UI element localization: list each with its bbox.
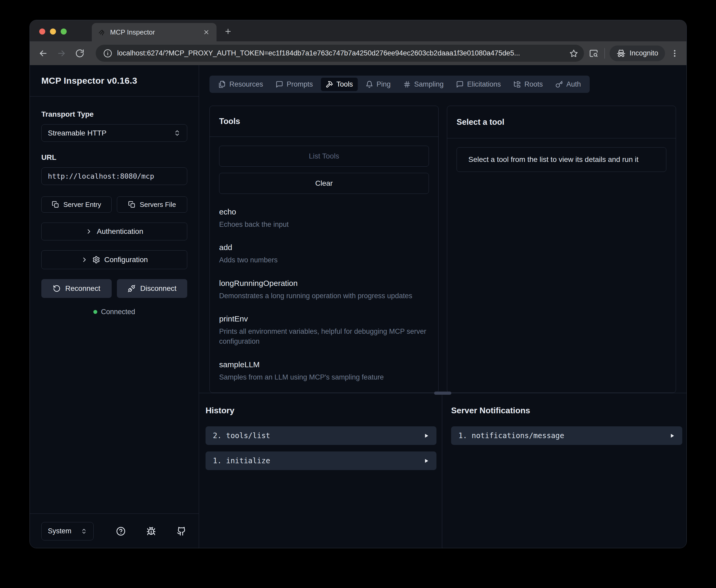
browser-window: MCP Inspector localhost:6274/?MCP_PROXY_… <box>29 20 687 548</box>
help-icon[interactable] <box>116 527 126 536</box>
message-square-icon <box>456 81 464 88</box>
tab-title: MCP Inspector <box>110 28 198 36</box>
sidebar-header: MCP Inspector v0.16.3 <box>30 65 199 97</box>
bookmark-star-icon[interactable] <box>569 49 578 58</box>
browser-tabstrip: MCP Inspector <box>30 20 687 41</box>
theme-select[interactable]: System <box>41 522 94 540</box>
copy-icon <box>52 201 59 208</box>
sidebar-body: Transport Type Streamable HTTP URL http:… <box>30 97 199 513</box>
tool-detail-title: Select a tool <box>457 118 504 127</box>
key-icon <box>556 81 563 88</box>
back-icon[interactable] <box>37 47 49 59</box>
forward-icon[interactable] <box>56 47 67 59</box>
servers-file-label: Servers File <box>139 201 176 209</box>
authentication-toggle[interactable]: Authentication <box>41 223 187 240</box>
server-entry-button[interactable]: Server Entry <box>41 196 112 213</box>
window-controls <box>39 28 67 35</box>
hammer-icon <box>326 81 333 88</box>
tool-detail-panel: Select a tool Select a tool from the lis… <box>447 106 676 393</box>
app-title: MCP Inspector v0.16.3 <box>41 76 137 86</box>
tab-close-icon[interactable] <box>202 28 211 37</box>
transport-type-select[interactable]: Streamable HTTP <box>41 124 187 142</box>
github-icon[interactable] <box>177 527 186 536</box>
reload-icon[interactable] <box>74 47 86 59</box>
feature-tabs: Resources Prompts Tools Ping Sampling <box>210 76 590 93</box>
maximize-window-button[interactable] <box>61 28 67 35</box>
chevrons-up-down-icon <box>174 129 181 136</box>
minimize-window-button[interactable] <box>50 28 56 35</box>
list-tools-button[interactable]: List Tools <box>219 146 429 167</box>
new-tab-button[interactable] <box>222 26 234 37</box>
resize-handle[interactable] <box>434 392 451 395</box>
expand-icon <box>424 458 429 464</box>
history-item[interactable]: 2. tools/list <box>205 426 436 445</box>
tools-panel-title: Tools <box>219 117 240 126</box>
message-square-icon <box>276 81 283 88</box>
server-notifications-panel: Server Notifications 1. notifications/me… <box>442 393 687 548</box>
tab-sampling[interactable]: Sampling <box>398 78 449 91</box>
sidebar-footer: System <box>30 513 199 548</box>
tool-item-samplellm[interactable]: sampleLLM Samples from an LLM using MCP'… <box>219 360 429 382</box>
server-url-input[interactable]: http://localhost:8080/mcp <box>41 167 187 185</box>
tools-panel-header: Tools <box>210 106 438 137</box>
close-window-button[interactable] <box>39 28 45 35</box>
expand-icon <box>669 433 675 439</box>
url-text: localhost:6274/?MCP_PROXY_AUTH_TOKEN=ec1… <box>117 49 566 57</box>
tab-ping[interactable]: Ping <box>361 78 395 91</box>
files-icon <box>218 81 226 88</box>
browser-menu-icon[interactable] <box>670 49 679 58</box>
configuration-label: Configuration <box>104 255 148 264</box>
search-tabs-icon[interactable] <box>588 47 600 59</box>
toolbar-right: Incognito <box>588 45 679 61</box>
tool-detail-header: Select a tool <box>447 106 676 139</box>
site-info-icon[interactable] <box>102 47 114 60</box>
server-entry-label: Server Entry <box>63 201 101 209</box>
hash-icon <box>403 81 411 88</box>
tool-item-add[interactable]: add Adds two numbers <box>219 243 429 265</box>
incognito-icon <box>616 49 626 58</box>
status-dot <box>93 310 97 314</box>
reconnect-button[interactable]: Reconnect <box>41 279 112 298</box>
tool-item-longrunningoperation[interactable]: longRunningOperation Demonstrates a long… <box>219 279 429 301</box>
authentication-label: Authentication <box>97 227 143 236</box>
reconnect-label: Reconnect <box>65 284 101 293</box>
chevrons-up-down-icon <box>81 528 87 534</box>
servers-file-button[interactable]: Servers File <box>117 196 187 213</box>
configuration-toggle[interactable]: Configuration <box>41 250 187 269</box>
tab-prompts[interactable]: Prompts <box>271 78 318 91</box>
address-bar[interactable]: localhost:6274/?MCP_PROXY_AUTH_TOKEN=ec1… <box>96 45 584 62</box>
incognito-badge: Incognito <box>610 45 665 61</box>
panel-split-divider <box>199 393 687 393</box>
browser-tab[interactable]: MCP Inspector <box>92 23 217 41</box>
bug-icon[interactable] <box>147 527 156 536</box>
url-label: URL <box>41 153 187 162</box>
notification-item[interactable]: 1. notifications/message <box>451 426 682 445</box>
disconnect-button[interactable]: Disconnect <box>117 279 187 298</box>
tool-list: echo Echoes back the input add Adds two … <box>219 207 429 382</box>
clear-tools-button[interactable]: Clear <box>219 173 429 194</box>
tab-resources[interactable]: Resources <box>214 78 268 91</box>
disconnect-label: Disconnect <box>140 284 176 293</box>
transport-type-value: Streamable HTTP <box>48 129 106 137</box>
unplug-icon <box>128 285 135 292</box>
main-content: Resources Prompts Tools Ping Sampling <box>199 65 687 548</box>
sidebar: MCP Inspector v0.16.3 Transport Type Str… <box>30 65 199 548</box>
history-panel: History 2. tools/list 1. initialize <box>199 393 442 548</box>
folder-tree-icon <box>513 81 521 88</box>
tool-item-echo[interactable]: echo Echoes back the input <box>219 207 429 229</box>
tab-tools[interactable]: Tools <box>321 78 358 91</box>
bell-icon <box>366 81 373 88</box>
history-item[interactable]: 1. initialize <box>205 451 436 470</box>
tab-auth[interactable]: Auth <box>551 78 586 91</box>
transport-type-label: Transport Type <box>41 110 187 119</box>
expand-icon <box>424 433 429 439</box>
tab-roots[interactable]: Roots <box>508 78 548 91</box>
tab-elicitations[interactable]: Elicitations <box>451 78 505 91</box>
chevron-right-icon <box>85 228 92 235</box>
tool-item-printenv[interactable]: printEnv Prints all environment variable… <box>219 314 429 346</box>
tool-detail-placeholder: Select a tool from the list to view its … <box>457 147 666 172</box>
gear-icon <box>92 256 100 264</box>
copy-icon <box>128 201 135 208</box>
rotate-ccw-icon <box>53 285 61 292</box>
mcp-inspector-app: MCP Inspector v0.16.3 Transport Type Str… <box>30 65 687 548</box>
